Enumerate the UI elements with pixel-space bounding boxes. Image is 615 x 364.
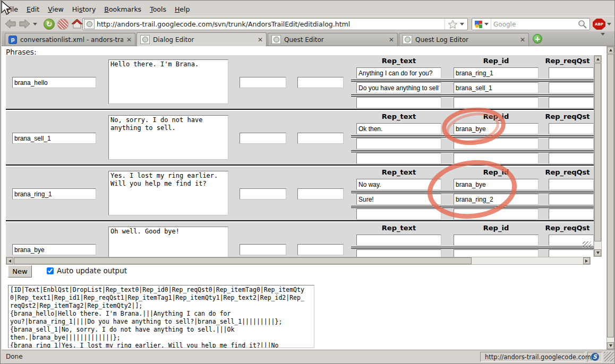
phrase-droplist-input[interactable]	[297, 133, 344, 144]
auto-update-checkbox[interactable]	[47, 267, 54, 274]
phrase-text-area[interactable]: Yes. I lost my ring earlier. Will you he…	[108, 171, 228, 215]
tab-dialog-editor[interactable]: Dialog Editor ✕	[136, 32, 267, 46]
phrase-enblqst-input[interactable]	[240, 244, 286, 255]
phrase-text-area[interactable]: No, sorry. I do not have anything to sel…	[108, 115, 228, 160]
page-vertical-scrollbar[interactable]	[607, 46, 614, 350]
menu-file[interactable]: File	[3, 4, 22, 15]
home-button[interactable]	[71, 18, 83, 30]
resize-grip-icon[interactable]	[583, 241, 591, 248]
phrase-id-input[interactable]	[12, 133, 96, 144]
rep-id-input[interactable]	[454, 153, 539, 164]
scroll-right-icon[interactable]	[583, 257, 590, 264]
rep-reqqst-input[interactable]	[549, 123, 594, 134]
menu-bookmarks[interactable]: Bookmarks	[100, 4, 146, 15]
url-dropdown-icon[interactable]	[460, 23, 464, 25]
rep-reqqst-input[interactable]	[549, 249, 594, 257]
rep-row-divider	[351, 247, 594, 249]
menubar: File Edit View History Bookmarks Tools H…	[3, 3, 194, 15]
search-input[interactable]	[491, 21, 578, 28]
phrase-id-input[interactable]	[12, 244, 96, 255]
phrase-text-area[interactable]: Hello there. I'm Brana.	[108, 59, 228, 104]
rep-id-input[interactable]	[454, 138, 539, 149]
phrase-droplist-input[interactable]	[297, 244, 344, 255]
scrollbar-thumb[interactable]	[14, 257, 472, 264]
tab-close-icon[interactable]: ✕	[258, 36, 263, 44]
rep-id-input[interactable]	[454, 249, 539, 257]
rep-id-input[interactable]	[454, 97, 539, 108]
phrase-droplist-input[interactable]	[297, 188, 344, 200]
menu-help[interactable]: Help	[170, 4, 194, 15]
menu-tools[interactable]: Tools	[146, 4, 170, 15]
phrases-horizontal-scrollbar[interactable]	[6, 257, 591, 265]
scroll-up-icon[interactable]	[594, 56, 601, 63]
rep-id-input[interactable]	[454, 179, 539, 190]
phrase-id-input[interactable]	[12, 188, 96, 200]
rep-text-input[interactable]	[356, 249, 441, 257]
phrase-text-area[interactable]: Oh well. Good bye!	[108, 227, 228, 257]
rep-id-input[interactable]	[454, 235, 539, 246]
history-dropdown[interactable]	[31, 18, 39, 30]
forward-button[interactable]	[18, 18, 30, 30]
menu-history[interactable]: History	[68, 4, 100, 15]
rep-id-input[interactable]	[454, 194, 539, 205]
tab-quest-editor[interactable]: Quest Editor ✕	[268, 33, 398, 46]
rep-id-input[interactable]	[454, 209, 539, 220]
output-textarea[interactable]: [ID|Text|EnblQst|DropList|Rep_text0|Rep_…	[8, 285, 314, 348]
rep-id-input[interactable]	[454, 67, 539, 79]
scrollbar-thumb[interactable]	[594, 63, 601, 241]
new-tab-button[interactable]: +	[533, 34, 542, 44]
menu-view[interactable]: View	[44, 4, 68, 15]
tab-conversationlist[interactable]: p conversationlist.xml - andors-trail - …	[5, 33, 135, 46]
rep-text-input[interactable]	[356, 82, 441, 93]
phrase-id-input[interactable]	[12, 77, 96, 88]
scroll-down-icon[interactable]	[594, 249, 601, 256]
rep-reqqst-input[interactable]	[549, 82, 594, 93]
url-input[interactable]	[97, 20, 445, 28]
tab-close-icon[interactable]: ✕	[520, 36, 525, 44]
list-all-tabs-button[interactable]	[601, 36, 605, 46]
rep-reqqst-input[interactable]	[549, 153, 594, 164]
tab-close-icon[interactable]: ✕	[389, 36, 394, 44]
rep-id-input[interactable]	[454, 123, 539, 134]
phrase-enblqst-input[interactable]	[240, 77, 286, 88]
rep-text-input[interactable]	[356, 123, 441, 134]
search-engine-selector[interactable]	[472, 19, 491, 30]
rep-reqqst-input[interactable]	[549, 194, 594, 205]
scroll-down-icon[interactable]	[607, 342, 614, 349]
reload-button[interactable]: ↻	[43, 18, 55, 30]
rep-id-input[interactable]	[454, 82, 539, 93]
phrase-enblqst-input[interactable]	[240, 133, 286, 144]
rep-reqqst-input[interactable]	[549, 67, 594, 79]
phrase-droplist-input[interactable]	[297, 77, 344, 88]
menu-edit[interactable]: Edit	[22, 4, 44, 15]
tab-quest-log-editor[interactable]: Quest Log Editor ✕	[399, 33, 529, 46]
rep-text-input[interactable]	[356, 235, 441, 246]
scroll-left-icon[interactable]	[6, 257, 13, 264]
new-button[interactable]: New	[8, 265, 32, 278]
scroll-up-icon[interactable]	[607, 47, 614, 54]
phrase-enblqst-input[interactable]	[240, 188, 286, 200]
rep-reqqst-input[interactable]	[549, 209, 594, 220]
rep-reqqst-input[interactable]	[549, 138, 594, 149]
rep-text-input[interactable]	[356, 194, 441, 205]
scrapbook-button[interactable]: S	[587, 352, 602, 362]
rep-text-input[interactable]	[356, 138, 441, 149]
tab-close-icon[interactable]: ✕	[126, 36, 132, 44]
rep-text-input[interactable]	[356, 209, 441, 220]
phrases-vertical-scrollbar[interactable]	[594, 55, 602, 257]
window-resize-grip[interactable]	[604, 352, 614, 361]
rep-text-input[interactable]	[356, 179, 441, 190]
rep-reqqst-input[interactable]	[549, 97, 594, 108]
bookmark-star-icon[interactable]	[448, 20, 457, 29]
back-button[interactable]	[4, 18, 16, 30]
search-magnifier-icon[interactable]	[578, 20, 587, 29]
stop-button[interactable]	[57, 18, 69, 30]
rep-text-input[interactable]	[356, 67, 441, 79]
tab-bar: p conversationlist.xml - andors-trail - …	[2, 31, 614, 46]
rep-text-input[interactable]	[356, 153, 441, 164]
scrollbar-thumb[interactable]	[607, 54, 614, 337]
rep-reqqst-input[interactable]	[549, 179, 594, 190]
scrapbook-icon: S	[591, 353, 599, 361]
adblock-plus-button[interactable]: ABP	[593, 19, 611, 30]
rep-text-input[interactable]	[356, 97, 441, 108]
